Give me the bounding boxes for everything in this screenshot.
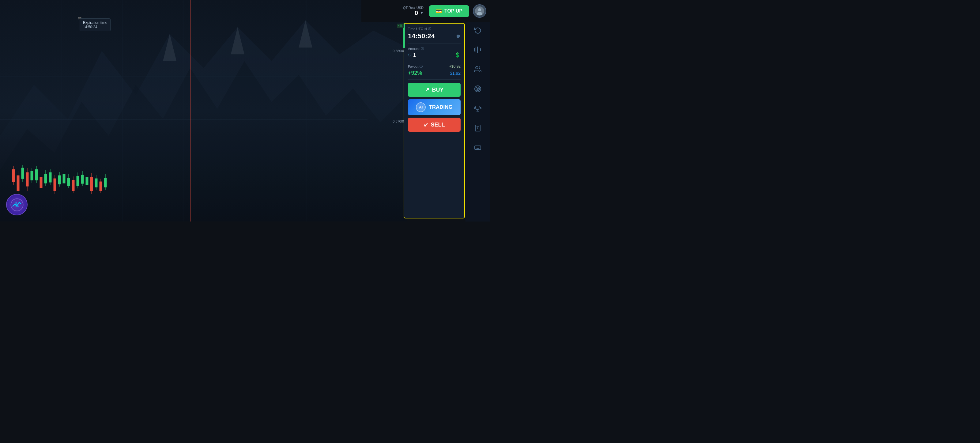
sell-arrow-icon: ↙ xyxy=(423,121,428,128)
time-help-icon[interactable]: ⓘ xyxy=(428,27,431,31)
ai-trading-button[interactable]: AI TRADING xyxy=(408,99,461,115)
svg-point-58 xyxy=(478,8,481,11)
amount-row: 🛡 1 💲 xyxy=(408,52,461,58)
divider-2 xyxy=(408,61,461,61)
price-high-label: 0.88000 xyxy=(393,49,405,53)
dollar-icon[interactable]: 💲 xyxy=(455,52,461,58)
sell-label: SELL xyxy=(431,122,445,128)
payout-label: Payout xyxy=(408,65,418,69)
avatar-inner xyxy=(475,6,484,16)
balance-dropdown-arrow[interactable]: ▼ xyxy=(420,11,423,15)
keyboard-icon[interactable] xyxy=(472,142,483,153)
shield-icon: 🛡 xyxy=(408,53,412,57)
sell-button[interactable]: ↙ SELL xyxy=(408,118,461,132)
ai-trading-label: TRADING xyxy=(429,104,452,110)
amount-label: Amount xyxy=(408,47,420,51)
svg-point-59 xyxy=(477,12,482,15)
time-label: Time UTC+4 xyxy=(408,27,427,30)
expiration-time: 14:50:24 xyxy=(83,25,107,29)
payout-amount: $1.92 xyxy=(450,71,461,76)
payout-values-row: +92% $1.92 xyxy=(408,70,461,76)
trophy-icon[interactable] xyxy=(472,103,483,114)
timer-icon[interactable] xyxy=(472,123,483,134)
divider-3 xyxy=(408,79,461,80)
price-low-label: 0.87000 xyxy=(393,120,405,123)
ai-circle: AI xyxy=(416,102,426,112)
topup-label: TOP UP xyxy=(444,8,463,14)
ai-circle-text: AI xyxy=(419,105,423,109)
time-display: 14:50:24 ⏺ xyxy=(408,32,461,40)
app-logo[interactable]: L xyxy=(6,194,27,215)
payout-section: Payout ⓘ +$0.92 +92% $1.92 xyxy=(408,64,461,76)
target-icon[interactable] xyxy=(472,83,483,94)
account-balance: 0 xyxy=(415,10,418,16)
payout-percent: +92% xyxy=(408,70,422,76)
expiration-tooltip: Expiration time 14:50:24 xyxy=(80,18,111,31)
amount-help-icon[interactable]: ⓘ xyxy=(421,46,424,51)
payout-right-label: +$0.92 xyxy=(449,64,461,69)
svg-point-67 xyxy=(476,87,480,91)
avatar[interactable] xyxy=(473,4,486,18)
account-type-label: QT Real USD xyxy=(403,6,423,10)
payout-help-icon[interactable]: ⓘ xyxy=(420,64,423,69)
percent-badge: 4% xyxy=(397,24,404,28)
chart-area: 🏴 Expiration time 14:50:24 0.88000 0.870… xyxy=(0,0,407,222)
svg-point-65 xyxy=(476,67,478,69)
right-sidebar xyxy=(466,0,490,222)
amount-value: 1 xyxy=(413,53,416,58)
amount-label-row: Amount ⓘ xyxy=(408,46,461,51)
buy-arrow-icon: ↗ xyxy=(425,86,430,93)
expiration-label: Expiration time xyxy=(83,21,107,25)
header: QT Real USD 0 ▼ 💳 TOP UP xyxy=(361,0,490,22)
time-record-button[interactable]: ⏺ xyxy=(456,33,461,39)
history-icon[interactable] xyxy=(472,24,483,35)
amount-section: Amount ⓘ 🛡 1 💲 xyxy=(408,46,461,58)
topup-icon: 💳 xyxy=(436,8,442,14)
topup-button[interactable]: 💳 TOP UP xyxy=(429,5,469,17)
amount-value-display: 🛡 1 xyxy=(408,53,416,58)
account-info: QT Real USD 0 ▼ xyxy=(403,6,423,16)
users-icon[interactable] xyxy=(472,64,483,75)
time-value: 14:50:24 xyxy=(408,32,435,40)
buy-label: BUY xyxy=(432,87,444,93)
candlestick-chart xyxy=(9,151,193,212)
time-section: Time UTC+4 ⓘ 14:50:24 ⏺ xyxy=(408,27,461,40)
svg-point-68 xyxy=(477,88,478,89)
buy-button[interactable]: ↗ BUY xyxy=(408,83,461,97)
time-label-row: Time UTC+4 ⓘ xyxy=(408,27,461,31)
svg-rect-73 xyxy=(475,146,481,150)
payout-label-row: Payout ⓘ +$0.92 xyxy=(408,64,461,69)
trading-panel: Time UTC+4 ⓘ 14:50:24 ⏺ Amount ⓘ 🛡 1 💲 P… xyxy=(404,23,465,218)
signal-icon[interactable] xyxy=(472,44,483,55)
